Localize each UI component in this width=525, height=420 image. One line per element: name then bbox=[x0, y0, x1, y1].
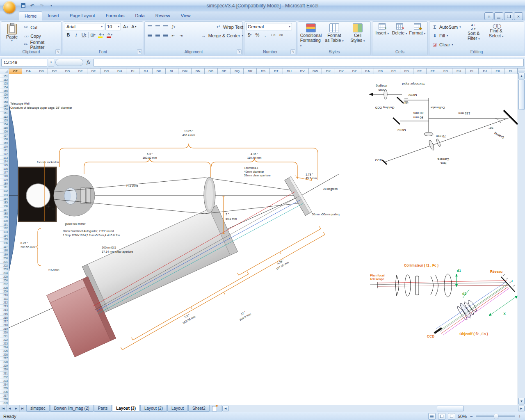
column-header-EL[interactable]: EL bbox=[504, 68, 518, 74]
row-header-224[interactable]: 224 bbox=[0, 346, 9, 349]
clipboard-dialog-launcher[interactable]: ↘ bbox=[55, 49, 60, 54]
row-header-185[interactable]: 185 bbox=[0, 201, 9, 204]
row-header-173[interactable]: 173 bbox=[0, 156, 9, 160]
row-header-160[interactable]: 160 bbox=[0, 108, 9, 112]
restore-button[interactable] bbox=[504, 12, 513, 20]
row-header-152[interactable]: 152 bbox=[0, 78, 9, 82]
horizontal-scrollbar[interactable]: ◀ ▶ bbox=[221, 405, 525, 412]
row-header-229[interactable]: 229 bbox=[0, 364, 9, 368]
ribbon-tab-page-layout[interactable]: Page Layout bbox=[64, 11, 100, 21]
sheet-tab-simspec[interactable]: simspec bbox=[26, 405, 50, 412]
row-header-235[interactable]: 235 bbox=[0, 386, 9, 390]
worksheet-drawing[interactable]: Telescope Wall Curvature of telescope up… bbox=[9, 74, 518, 405]
next-sheet-button[interactable]: ▶ bbox=[13, 405, 20, 412]
column-header-DU[interactable]: DU bbox=[283, 68, 296, 74]
row-header-193[interactable]: 193 bbox=[0, 231, 9, 234]
undo-button[interactable]: ↶ bbox=[28, 2, 37, 9]
column-header-DZ[interactable]: DZ bbox=[348, 68, 361, 74]
row-header-176[interactable]: 176 bbox=[0, 167, 9, 171]
alignment-dialog-launcher[interactable]: ↘ bbox=[237, 49, 242, 54]
sheet-tab-bowen-lim-mag-2[interactable]: Bowen lim_mag (2) bbox=[50, 405, 94, 412]
row-header-231[interactable]: 231 bbox=[0, 372, 9, 375]
align-bottom-button[interactable] bbox=[162, 23, 169, 31]
sheet-tab-layout[interactable]: Layout bbox=[167, 405, 188, 412]
font-size-combo[interactable]: 10▾ bbox=[105, 23, 121, 30]
row-header-209[interactable]: 209 bbox=[0, 290, 9, 294]
row-header-183[interactable]: 183 bbox=[0, 193, 9, 197]
row-header-169[interactable]: 169 bbox=[0, 141, 9, 145]
bold-button[interactable]: B bbox=[65, 31, 72, 39]
row-header-232[interactable]: 232 bbox=[0, 375, 9, 379]
column-header-DL[interactable]: DL bbox=[166, 68, 179, 74]
page-break-view-button[interactable] bbox=[448, 413, 455, 420]
row-header-197[interactable]: 197 bbox=[0, 245, 9, 249]
font-family-combo[interactable]: Arial▾ bbox=[65, 23, 104, 30]
column-header-DO[interactable]: DO bbox=[205, 68, 218, 74]
sheet-tab-layout-2[interactable]: Layout (2) bbox=[140, 405, 167, 412]
column-header-DH[interactable]: DH bbox=[113, 68, 126, 74]
last-sheet-button[interactable]: ▶| bbox=[20, 405, 26, 412]
column-header-DY[interactable]: DY bbox=[335, 68, 348, 74]
row-header-177[interactable]: 177 bbox=[0, 171, 9, 175]
row-header-170[interactable]: 170 bbox=[0, 145, 9, 148]
vertical-scroll-thumb[interactable] bbox=[518, 80, 525, 110]
row-header-226[interactable]: 226 bbox=[0, 353, 9, 357]
formula-input[interactable] bbox=[94, 59, 524, 66]
increase-indent-button[interactable]: ⇥ bbox=[178, 32, 185, 39]
horizontal-scroll-thumb[interactable] bbox=[437, 406, 464, 411]
decrease-indent-button[interactable]: ⇤ bbox=[170, 32, 177, 39]
row-header-218[interactable]: 218 bbox=[0, 323, 9, 327]
row-header-230[interactable]: 230 bbox=[0, 368, 9, 372]
row-header-179[interactable]: 179 bbox=[0, 178, 9, 182]
row-header-222[interactable]: 222 bbox=[0, 338, 9, 342]
redo-button[interactable]: ↷ bbox=[38, 2, 46, 9]
row-header-220[interactable]: 220 bbox=[0, 331, 9, 334]
minimize-button[interactable] bbox=[494, 12, 503, 20]
name-box[interactable]: CZ149 bbox=[1, 59, 47, 66]
insert-cells-button[interactable]: + Insert ▾ bbox=[374, 23, 390, 49]
row-header-204[interactable]: 204 bbox=[0, 271, 9, 275]
number-dialog-launcher[interactable]: ↘ bbox=[290, 49, 295, 54]
orientation-button[interactable]: ⤴▾ bbox=[170, 23, 177, 31]
row-header-171[interactable]: 171 bbox=[0, 148, 9, 152]
worksheet-canvas[interactable]: Telescope Wall Curvature of telescope up… bbox=[9, 74, 518, 405]
row-header-181[interactable]: 181 bbox=[0, 186, 9, 189]
scroll-left-button[interactable]: ◀ bbox=[222, 406, 229, 411]
row-header-198[interactable]: 198 bbox=[0, 249, 9, 253]
row-header-172[interactable]: 172 bbox=[0, 152, 9, 156]
first-sheet-button[interactable]: |◀ bbox=[0, 405, 7, 412]
conditional-formatting-button[interactable]: ConditionalFormatting ▾ bbox=[300, 23, 322, 49]
column-header-DX[interactable]: DX bbox=[322, 68, 335, 74]
paste-button[interactable]: Paste▾ bbox=[3, 23, 21, 49]
row-header-213[interactable]: 213 bbox=[0, 305, 9, 308]
row-header-228[interactable]: 228 bbox=[0, 361, 9, 364]
column-header-CZ[interactable]: CZ bbox=[9, 68, 22, 74]
scroll-up-button[interactable]: ▲ bbox=[518, 73, 525, 79]
row-header-210[interactable]: 210 bbox=[0, 294, 9, 297]
insert-worksheet-button[interactable] bbox=[210, 405, 219, 412]
align-right-button[interactable] bbox=[162, 32, 169, 39]
shrink-font-button[interactable]: A▼ bbox=[130, 23, 137, 30]
font-dialog-launcher[interactable]: ↘ bbox=[137, 49, 142, 54]
row-header-233[interactable]: 233 bbox=[0, 379, 9, 383]
row-header-188[interactable]: 188 bbox=[0, 212, 9, 215]
previous-sheet-button[interactable]: ◀ bbox=[7, 405, 13, 412]
insert-function-button[interactable]: fx bbox=[84, 59, 92, 66]
row-header-180[interactable]: 180 bbox=[0, 182, 9, 186]
column-header-DW[interactable]: DW bbox=[309, 68, 322, 74]
row-header-174[interactable]: 174 bbox=[0, 160, 9, 163]
row-header-206[interactable]: 206 bbox=[0, 278, 9, 282]
row-header-156[interactable]: 156 bbox=[0, 93, 9, 96]
column-header-DC[interactable]: DC bbox=[48, 68, 61, 74]
qat-customize-button[interactable]: ▾ bbox=[47, 2, 55, 9]
align-middle-button[interactable] bbox=[154, 23, 161, 31]
row-header-154[interactable]: 154 bbox=[0, 85, 9, 89]
row-header-200[interactable]: 200 bbox=[0, 256, 9, 260]
normal-view-button[interactable] bbox=[428, 413, 436, 420]
column-header-DE[interactable]: DE bbox=[74, 68, 87, 74]
decrease-decimal-button[interactable]: .00 bbox=[277, 31, 284, 39]
row-header-208[interactable]: 208 bbox=[0, 286, 9, 290]
clear-button[interactable]: ◪Clear▾ bbox=[431, 41, 462, 48]
select-all-corner[interactable] bbox=[0, 68, 9, 74]
sheet-tab-parts[interactable]: Parts bbox=[94, 405, 112, 412]
